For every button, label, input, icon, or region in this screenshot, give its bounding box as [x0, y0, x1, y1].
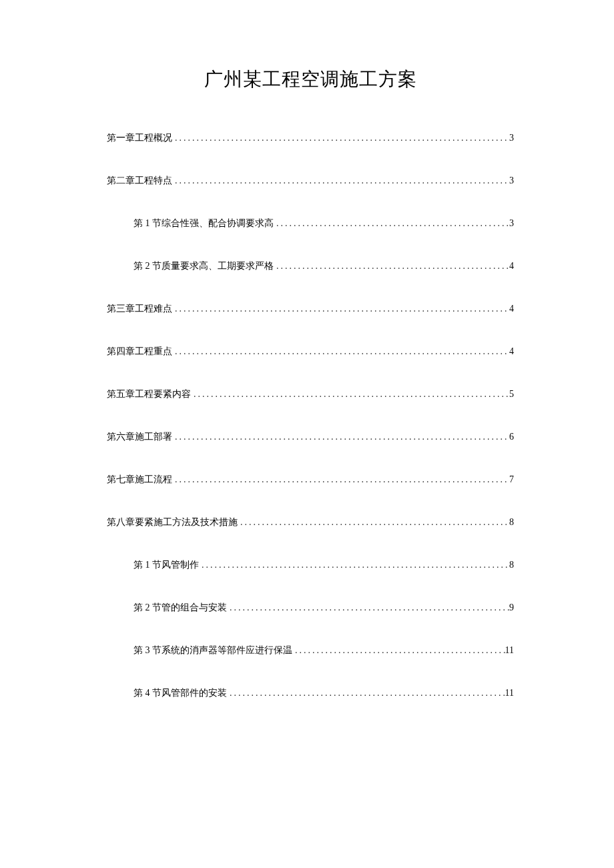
toc-label: 第 1 节风管制作 [133, 559, 199, 571]
toc-page: 4 [509, 261, 514, 272]
toc-entry: 第一章工程概况 3 [107, 132, 514, 144]
toc-entry: 第 3 节系统的消声器等部件应进行保温 11 [107, 644, 514, 657]
toc-entry: 第六章施工部署 6 [107, 431, 514, 443]
toc-entry: 第二章工程特点 3 [107, 175, 514, 187]
toc-label: 第七章施工流程 [107, 474, 172, 486]
toc-label: 第二章工程特点 [107, 175, 172, 187]
toc-label: 第 2 节质量要求高、工期要求严格 [133, 260, 274, 272]
toc-dots [227, 688, 505, 699]
toc-page: 5 [509, 389, 514, 400]
toc-dots [292, 645, 505, 656]
toc-entry: 第四章工程重点 4 [107, 346, 514, 358]
toc-label: 第三章工程难点 [107, 303, 172, 315]
toc-page: 6 [509, 432, 514, 442]
toc-dots [199, 560, 509, 570]
toc-label: 第 3 节系统的消声器等部件应进行保温 [133, 644, 292, 657]
toc-dots [172, 304, 509, 314]
toc-page: 8 [509, 517, 514, 528]
toc-dots [172, 346, 509, 357]
toc-dots [172, 133, 509, 143]
toc-entry: 第 1 节综合性强、配合协调要求高 3 [107, 218, 514, 230]
toc-page: 8 [509, 560, 514, 570]
toc-dots [227, 602, 509, 613]
toc-dots [172, 175, 509, 186]
toc-page: 9 [509, 602, 514, 613]
toc-page: 3 [509, 175, 514, 186]
toc-page: 4 [509, 304, 514, 314]
toc-page: 11 [505, 645, 514, 656]
toc-dots [172, 432, 509, 442]
toc-label: 第 1 节综合性强、配合协调要求高 [133, 218, 274, 230]
toc-page: 4 [509, 346, 514, 357]
toc-label: 第 4 节风管部件的安装 [133, 687, 227, 699]
table-of-contents: 第一章工程概况 3 第二章工程特点 3 第 1 节综合性强、配合协调要求高 3 … [107, 132, 514, 699]
toc-label: 第一章工程概况 [107, 132, 172, 144]
toc-page: 11 [505, 688, 514, 699]
document-title: 广州某工程空调施工方案 [107, 67, 514, 92]
toc-entry: 第 2 节质量要求高、工期要求严格 4 [107, 260, 514, 272]
toc-label: 第八章要紧施工方法及技术措施 [107, 516, 238, 528]
toc-entry: 第 4 节风管部件的安装 11 [107, 687, 514, 699]
toc-label: 第五章工程要紧内容 [107, 388, 191, 400]
toc-page: 7 [509, 474, 514, 485]
toc-dots [191, 389, 509, 400]
toc-label: 第六章施工部署 [107, 431, 172, 443]
toc-dots [274, 261, 509, 272]
toc-page: 3 [509, 218, 514, 229]
toc-dots [274, 218, 509, 229]
toc-entry: 第七章施工流程 7 [107, 474, 514, 486]
toc-entry: 第八章要紧施工方法及技术措施 8 [107, 516, 514, 528]
toc-page: 3 [509, 133, 514, 143]
toc-entry: 第五章工程要紧内容 5 [107, 388, 514, 400]
toc-label: 第四章工程重点 [107, 346, 172, 358]
toc-dots [238, 517, 509, 528]
toc-entry: 第 2 节管的组合与安装 9 [107, 602, 514, 614]
toc-dots [172, 474, 509, 485]
toc-entry: 第三章工程难点 4 [107, 303, 514, 315]
toc-label: 第 2 节管的组合与安装 [133, 602, 227, 614]
toc-entry: 第 1 节风管制作 8 [107, 559, 514, 571]
